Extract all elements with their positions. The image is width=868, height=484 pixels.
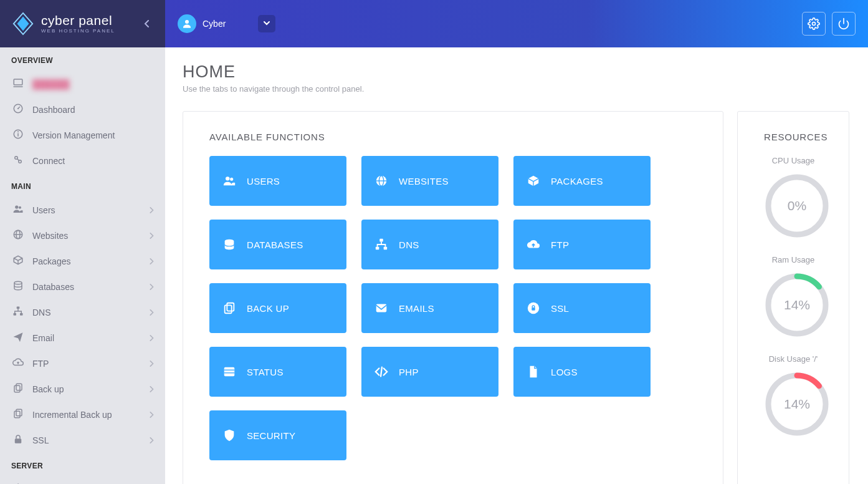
file-icon: [525, 365, 542, 379]
tile-security[interactable]: SECURITY: [209, 410, 346, 460]
svg-rect-16: [17, 307, 20, 309]
sidebar-item-version-management[interactable]: Version Management: [0, 122, 165, 148]
chevron-right-icon: [149, 435, 154, 445]
sidebar-item-dns[interactable]: DNS: [0, 299, 165, 325]
tile-emails[interactable]: EMAILS: [361, 283, 498, 333]
sidebar-item-web-terminal[interactable]: Web TerminalNEW: [0, 477, 165, 484]
chevron-right-icon: [149, 410, 154, 420]
svg-rect-19: [16, 384, 22, 390]
tile-users[interactable]: USERS: [209, 156, 346, 206]
sidebar-item-back-up[interactable]: Back up: [0, 376, 165, 402]
sidebar-item-ftp[interactable]: FTP: [0, 351, 165, 376]
gauge-disk-usage-: Disk Usage '/'14%: [764, 354, 823, 437]
svg-point-28: [230, 178, 233, 181]
tile-websites[interactable]: WEBSITES: [361, 156, 498, 206]
nav-label: Back up: [32, 384, 64, 394]
tile-php[interactable]: PHP: [361, 347, 498, 397]
svg-marker-1: [17, 17, 29, 31]
sidebar-item-packages[interactable]: Packages: [0, 248, 165, 274]
gauge-cpu-usage: CPU Usage0%: [764, 156, 823, 239]
sidebar-item-websites[interactable]: Websites: [0, 223, 165, 248]
user-menu[interactable]: Cyber: [178, 14, 275, 33]
copy-icon: [11, 382, 25, 395]
sidebar-item-ssl[interactable]: SSL: [0, 427, 165, 453]
brand-tagline: WEB HOSTING PANEL: [41, 28, 115, 34]
svg-rect-40: [532, 307, 535, 311]
cloudup-icon: [525, 238, 542, 251]
tile-status[interactable]: STATUS: [209, 347, 346, 397]
tile-packages[interactable]: PACKAGES: [513, 156, 651, 206]
gauge-value: 14%: [764, 272, 830, 338]
svg-rect-34: [376, 247, 379, 250]
tile-databases[interactable]: DATABASES: [209, 220, 346, 269]
tile-back-up[interactable]: BACK UP: [209, 283, 346, 333]
status-icon: [221, 365, 238, 379]
svg-point-7: [17, 131, 19, 132]
nav-section-server: SERVER: [0, 453, 165, 477]
resources-title: RESOURCES: [764, 132, 823, 142]
globe-icon: [11, 229, 25, 242]
copy-icon: [11, 408, 25, 421]
sitemap-icon: [11, 306, 25, 319]
nav-label: Packages: [32, 256, 70, 266]
svg-point-10: [15, 205, 18, 208]
settings-button[interactable]: [802, 12, 826, 36]
svg-rect-22: [14, 411, 20, 418]
chevron-right-icon: [149, 384, 154, 394]
chevron-right-icon: [149, 307, 154, 317]
sidebar-item-connect[interactable]: Connect: [0, 148, 165, 173]
sidebar-item-databases[interactable]: Databases: [0, 274, 165, 299]
svg-point-11: [19, 206, 21, 209]
gear-icon: [808, 17, 820, 30]
svg-rect-38: [376, 304, 387, 312]
tile-label: LOGS: [551, 367, 578, 377]
nav-label: SSL: [32, 435, 49, 445]
tile-ssl[interactable]: SSL: [513, 283, 651, 333]
svg-line-44: [381, 367, 382, 377]
sidebar-item-dashboard[interactable]: Dashboard: [0, 97, 165, 122]
sidebar-item-users[interactable]: Users: [0, 197, 165, 223]
svg-rect-20: [14, 385, 20, 392]
gauge-icon: [11, 103, 25, 116]
logo-bar: cyber panel WEB HOSTING PANEL: [0, 0, 165, 47]
gauge-label: CPU Usage: [764, 156, 823, 165]
lock-icon: [11, 433, 25, 447]
tile-ftp[interactable]: FTP: [513, 220, 651, 269]
chevron-right-icon: [149, 205, 154, 215]
nav-label: FTP: [32, 359, 49, 369]
user-avatar-icon: [178, 14, 196, 33]
logo-icon: [11, 12, 35, 36]
gauge-value: 14%: [764, 371, 830, 437]
svg-rect-37: [225, 305, 232, 313]
page-subtitle: Use the tabs to navigate through the con…: [183, 84, 849, 94]
sidebar-item--[interactable]: ██████: [0, 71, 165, 97]
resources-card: RESOURCES CPU Usage0%Ram Usage14%Disk Us…: [737, 111, 849, 484]
tile-dns[interactable]: DNS: [361, 220, 498, 269]
sidebar-collapse-button[interactable]: [140, 17, 154, 31]
laptop-icon: [11, 77, 25, 90]
tile-label: SSL: [551, 303, 569, 314]
packages-icon: [11, 254, 25, 268]
power-button[interactable]: [832, 12, 856, 36]
users-icon: [11, 203, 25, 216]
svg-rect-17: [14, 313, 17, 316]
svg-point-24: [185, 20, 189, 24]
tile-logs[interactable]: LOGS: [513, 347, 651, 397]
globe-icon: [373, 174, 390, 188]
functions-title: AVAILABLE FUNCTIONS: [209, 132, 697, 142]
chevron-right-icon: [149, 282, 154, 292]
tile-label: DATABASES: [247, 240, 303, 250]
tile-label: BACK UP: [247, 303, 289, 314]
page-title: HOME: [183, 62, 849, 82]
chevron-right-icon: [149, 231, 154, 241]
sidebar-item-email[interactable]: Email: [0, 325, 165, 351]
sidebar-item-incremental-back-up[interactable]: Incremental Back up: [0, 402, 165, 427]
tile-label: DNS: [399, 240, 419, 250]
functions-card: AVAILABLE FUNCTIONS USERSWEBSITESPACKAGE…: [183, 111, 723, 484]
user-name: Cyber: [203, 19, 226, 29]
user-dropdown-toggle[interactable]: [258, 15, 275, 32]
svg-rect-35: [384, 247, 388, 250]
svg-point-27: [226, 177, 229, 180]
tile-label: STATUS: [247, 367, 284, 377]
sidebar: cyber panel WEB HOSTING PANEL OVERVIEW██…: [0, 0, 165, 484]
